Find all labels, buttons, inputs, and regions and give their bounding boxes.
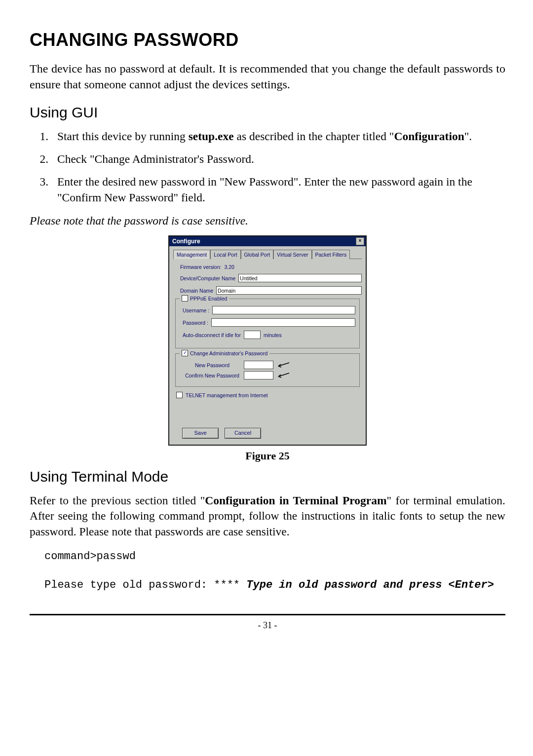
terminal-line-2: Please type old password: **** Type in o… — [44, 567, 505, 591]
pppoe-checkbox[interactable] — [182, 295, 188, 302]
tab-packet-filters[interactable]: Packet Filters — [312, 250, 350, 259]
figure-label: Figure 25 — [30, 450, 505, 462]
page-number: - 31 - — [30, 620, 505, 631]
intro-paragraph: The device has no password at default. I… — [30, 61, 505, 92]
password-label: Password : — [183, 320, 208, 326]
arrow-icon — [275, 362, 290, 369]
tab-global-port[interactable]: Global Port — [241, 250, 274, 259]
tab-local-port[interactable]: Local Port — [210, 250, 240, 259]
pppoe-group: PPPoE Enabled Username : Password : Auto… — [175, 299, 360, 348]
change-password-group: ✓ Change Administrator's Password New Pa… — [175, 353, 360, 387]
tab-management[interactable]: Management — [173, 250, 210, 259]
confirm-password-input[interactable] — [244, 371, 273, 379]
username-label: Username : — [183, 307, 209, 313]
save-button[interactable]: Save — [182, 428, 219, 439]
change-password-label: Change Administrator's Password — [190, 350, 267, 356]
terminal-intro: Refer to the previous section titled "Co… — [30, 493, 505, 539]
telnet-label: TELNET management from Internet — [186, 392, 268, 398]
username-input[interactable] — [212, 306, 355, 314]
configure-dialog: Configure × Management Local Port Global… — [168, 235, 367, 446]
list-item: Enter the desired new password in "New P… — [51, 174, 505, 205]
list-item: Start this device by running setup.exe a… — [51, 129, 505, 145]
confirm-password-label: Confirm New Password — [183, 373, 242, 378]
tab-virtual-server[interactable]: Virtual Server — [273, 250, 311, 259]
new-password-label: New Password — [183, 362, 242, 368]
device-name-label: Device/Computer Name — [180, 275, 235, 281]
dialog-tabs: Management Local Port Global Port Virtua… — [173, 249, 362, 259]
minutes-label: minutes — [264, 332, 282, 338]
section-using-terminal: Using Terminal Mode — [30, 468, 505, 485]
close-icon[interactable]: × — [356, 237, 364, 245]
firmware-version: 3.20 — [224, 264, 234, 270]
auto-disconnect-input[interactable] — [244, 331, 261, 339]
dialog-title-text: Configure — [172, 238, 200, 245]
list-item: Check "Change Administrator's Password. — [51, 151, 505, 167]
note-case-sensitive: Please note that the password is case se… — [30, 214, 505, 227]
auto-disconnect-label: Auto-disconnect if idle for — [183, 332, 241, 338]
telnet-checkbox[interactable] — [176, 392, 183, 398]
footer-rule — [30, 614, 505, 615]
section-using-gui: Using GUI — [30, 104, 505, 121]
page-title: CHANGING PASSWORD — [30, 30, 505, 50]
firmware-label: Firmware version: — [180, 264, 221, 270]
domain-name-input[interactable] — [216, 286, 362, 295]
arrow-icon — [275, 372, 290, 379]
gui-steps: Start this device by running setup.exe a… — [30, 129, 505, 205]
new-password-input[interactable] — [244, 361, 273, 369]
terminal-line-1: command>passwd — [44, 550, 505, 563]
change-password-checkbox[interactable]: ✓ — [182, 350, 188, 356]
domain-name-label: Domain Name — [180, 288, 213, 294]
password-input[interactable] — [211, 318, 355, 327]
device-name-input[interactable] — [238, 274, 362, 282]
dialog-titlebar: Configure × — [169, 236, 366, 246]
pppoe-label: PPPoE Enabled — [190, 296, 227, 302]
cancel-button[interactable]: Cancel — [225, 428, 261, 439]
